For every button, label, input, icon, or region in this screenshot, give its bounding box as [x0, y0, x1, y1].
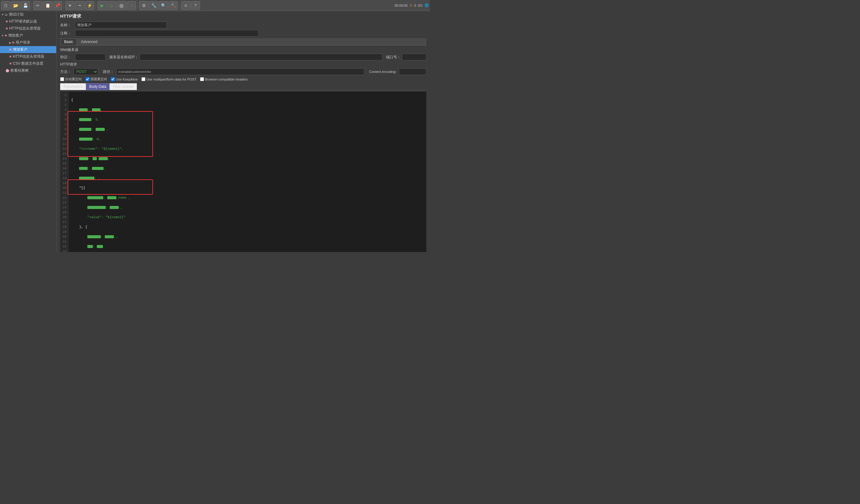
new-button[interactable]: 🗋: [1, 1, 10, 10]
code-line-8: ...: ...,: [71, 166, 424, 171]
code-line-16: ...: ...: [71, 244, 424, 249]
multipart-cb[interactable]: [141, 77, 145, 81]
warning-icon: ⚠: [410, 3, 413, 7]
sidebar-item-http-header-mgr[interactable]: ✖ HTTP信息头管理器: [0, 25, 56, 32]
action-button[interactable]: ⚡: [85, 1, 94, 10]
follow-redirect-label[interactable]: 跟随重定向: [86, 77, 107, 81]
browser-headers-cb[interactable]: [200, 77, 204, 81]
code-line-7: ...: ...,: [71, 156, 424, 161]
play-step-button[interactable]: ▷: [107, 1, 116, 10]
code-editor[interactable]: 12345 678910 1112131415 1617181920 21222…: [60, 91, 426, 252]
comment-input[interactable]: [75, 30, 258, 36]
sub-tab-files-upload[interactable]: Files Upload: [110, 83, 137, 90]
list-button[interactable]: ≡: [181, 1, 190, 10]
copy-button[interactable]: 📋: [43, 1, 52, 10]
comment-label: 注释：: [60, 31, 74, 36]
method-label: 方法：: [60, 69, 71, 74]
sidebar-item-add-customer-group[interactable]: ▼ ✖ 增加客户: [0, 32, 56, 39]
code-line-1: {: [71, 98, 424, 103]
keepalive-cb[interactable]: [111, 77, 115, 81]
sidebar-item-label: HTTP信息头管理器: [13, 54, 44, 59]
browser-headers-label[interactable]: Browser-compatible headers: [200, 77, 248, 81]
http-request-label: HTTP请求: [60, 62, 426, 67]
sidebar-item-label: 用户登录: [16, 40, 30, 45]
method-select[interactable]: POST GET PUT DELETE: [74, 68, 98, 75]
testplan-icon: 🗂: [4, 13, 8, 16]
sidebar-item-label: 察看结果树: [10, 68, 29, 73]
path-label: 路径：: [103, 69, 114, 74]
encoding-label: Content encoding:: [369, 70, 397, 74]
sub-tab-parameters[interactable]: Parameters: [60, 83, 86, 90]
protocol-input[interactable]: [75, 54, 106, 60]
remove-button[interactable]: −: [75, 1, 84, 10]
stop-button[interactable]: ○: [127, 1, 136, 10]
open-button[interactable]: 📂: [11, 1, 20, 10]
code-line-4: ...: ... ,: [71, 127, 424, 132]
line-numbers: 12345 678910 1112131415 1617181920 21222…: [60, 91, 69, 252]
encoding-input[interactable]: [399, 68, 426, 75]
tab-advanced[interactable]: Advanced: [77, 38, 101, 45]
play-button[interactable]: ▶: [97, 1, 106, 10]
warning-count: 0: [414, 4, 416, 7]
sub-tab-body-data[interactable]: Body Data: [86, 83, 110, 90]
group-icon: ✖: [4, 34, 7, 37]
code-line-15: ...: ... ,: [71, 234, 424, 239]
server-row: 协议： 服务器名称或IP： 端口号：: [60, 54, 426, 60]
multipart-label[interactable]: Use multipart/form-data for POST: [141, 77, 196, 81]
server-name-label: 服务器名称或IP：: [109, 55, 138, 60]
auto-redirect-label[interactable]: 自动重定向: [60, 77, 82, 81]
main-tabs: Basic Advanced: [60, 38, 426, 45]
http-panel: HTTP请求 名称： 注释： Basic Advanced Web服务器 协议：: [57, 11, 430, 252]
add-button[interactable]: +: [66, 1, 74, 10]
follow-redirect-cb[interactable]: [86, 77, 89, 81]
name-input[interactable]: [75, 22, 167, 28]
code-line-14: }, {: [71, 224, 424, 229]
result-tree-icon: 🌸: [5, 69, 9, 72]
toolbar: 🗋 📂 💾 ✂ 📋 📌 + − ⚡ ▶ ▷ ⬤ ○ ⚙ 🔧 🔍 🔨 ≡ ? 00…: [0, 0, 430, 11]
settings1-button[interactable]: ⚙: [139, 1, 148, 10]
search-button[interactable]: 🔍: [159, 1, 168, 10]
global-icon: 🌐: [425, 3, 429, 7]
code-content: { ...: ..., ...: 5, ...: ... , ...: 0, "…: [69, 91, 426, 252]
main-layout: ▼ 🗂 测试计划 ✖ HTTP请求默认值 ✖ HTTP信息头管理器 ▼ ✖ 增加…: [0, 11, 430, 252]
keepalive-label[interactable]: Use KeepAlive: [111, 77, 138, 81]
cut-button[interactable]: ✂: [33, 1, 42, 10]
checkbox-row: 自动重定向 跟随重定向 Use KeepAlive Use multipart/…: [60, 77, 426, 81]
web-server-label: Web服务器: [60, 47, 426, 53]
sidebar-item-result-tree[interactable]: 🌸 察看结果树: [0, 67, 56, 74]
toolbar-right: 00:00:00 ⚠ 0 0/1 🌐: [395, 3, 429, 7]
code-line-10: "[{: [71, 186, 424, 190]
sidebar-item-csv-settings[interactable]: ✖ CSV 数据文件设置: [0, 60, 56, 67]
tab-basic[interactable]: Basic: [60, 38, 77, 45]
sidebar-item-http-header-mgr2[interactable]: ✖ HTTP信息头管理器: [0, 53, 56, 60]
panel-title: HTTP请求: [60, 13, 426, 19]
code-line-5: ...: 0,: [71, 137, 424, 142]
expand-icon3: ▶: [9, 41, 11, 44]
path-input[interactable]: [116, 68, 364, 75]
sep3: [96, 2, 96, 9]
auto-redirect-cb[interactable]: [60, 77, 64, 81]
name-row: 名称：: [60, 22, 426, 28]
help-button[interactable]: ?: [191, 1, 200, 10]
paste-button[interactable]: 📌: [53, 1, 62, 10]
sidebar-item-http-default[interactable]: ✖ HTTP请求默认值: [0, 18, 56, 25]
server-input[interactable]: [140, 54, 382, 60]
comment-row: 注释：: [60, 30, 426, 36]
build-button[interactable]: 🔨: [169, 1, 178, 10]
code-line-12: ...: ... ,: [71, 205, 424, 210]
sidebar-item-add-customer[interactable]: ✖ 增加客户: [0, 46, 56, 53]
sidebar-item-user-login[interactable]: ▶ ✖ 用户登录: [0, 39, 56, 46]
timer: 00:00:00: [395, 4, 408, 7]
sidebar-item-label: HTTP请求默认值: [9, 19, 37, 24]
protocol-label: 协议：: [60, 55, 74, 60]
record-button[interactable]: ⬤: [117, 1, 126, 10]
save-button[interactable]: 💾: [21, 1, 30, 10]
sep5: [179, 2, 180, 9]
sidebar-item-label: 测试计划: [9, 12, 24, 17]
name-label: 名称：: [60, 23, 74, 28]
port-input[interactable]: [402, 54, 426, 60]
sidebar-item-test-plan[interactable]: ▼ 🗂 测试计划: [0, 11, 56, 18]
settings2-button[interactable]: 🔧: [149, 1, 158, 10]
sep1: [31, 2, 32, 9]
sidebar-item-label: HTTP信息头管理器: [9, 26, 41, 31]
